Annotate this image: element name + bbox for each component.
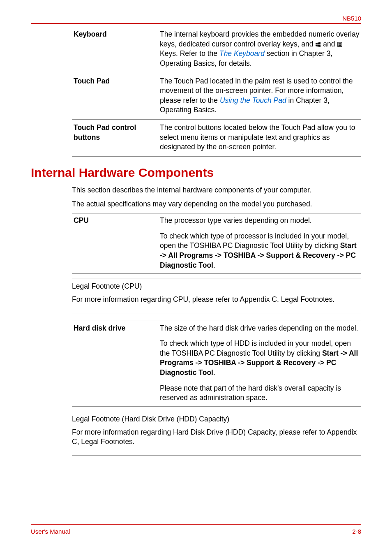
row-touchpad: Touch Pad The Touch Pad located in the p… bbox=[72, 73, 361, 120]
windows-key-icon bbox=[315, 42, 321, 47]
footer: User's Manual 2-8 bbox=[31, 524, 361, 535]
cpu-footnote-body: For more information regarding CPU, plea… bbox=[72, 295, 361, 305]
term-cpu: CPU bbox=[72, 213, 158, 274]
cpu-footnote: Legal Footnote (CPU) For more informatio… bbox=[72, 278, 361, 313]
cpu-desc-line2: To check which type of processor is incl… bbox=[158, 229, 361, 274]
term-hdd: Hard disk drive bbox=[72, 321, 158, 406]
text-fragment: To check which type of processor is incl… bbox=[160, 232, 349, 250]
term-touchpad-buttons: Touch Pad control buttons bbox=[72, 120, 158, 157]
section-heading: Internal Hardware Components bbox=[31, 166, 361, 180]
hdd-desc-line1: The size of the hard disk drive varies d… bbox=[158, 321, 361, 336]
term-keyboard: Keyboard bbox=[72, 29, 158, 73]
cpu-footnote-title: Legal Footnote (CPU) bbox=[72, 282, 361, 292]
hdd-desc-line2: To check which type of HDD is included i… bbox=[158, 336, 361, 381]
hdd-row-1: Hard disk drive The size of the hard dis… bbox=[72, 321, 361, 336]
text-fragment: and bbox=[321, 40, 337, 48]
cpu-desc-line1: The processor type varies depending on m… bbox=[158, 213, 361, 229]
intro-paragraph-2: The actual specifications may vary depen… bbox=[72, 199, 361, 209]
menu-key-icon bbox=[337, 42, 343, 47]
desc-touchpad: The Touch Pad located in the palm rest i… bbox=[158, 73, 361, 120]
link-the-keyboard[interactable]: The Keyboard bbox=[219, 49, 265, 58]
text-fragment: Keys. Refer to the bbox=[160, 49, 219, 58]
intro-paragraph-1: This section describes the internal hard… bbox=[72, 185, 361, 195]
text-fragment: . bbox=[213, 261, 215, 269]
row-keyboard: Keyboard The internal keyboard provides … bbox=[72, 29, 361, 73]
text-fragment: . bbox=[213, 368, 215, 377]
hdd-footnote-title: Legal Footnote (Hard Disk Drive (HDD) Ca… bbox=[72, 414, 361, 424]
row-touchpad-buttons: Touch Pad control buttons The control bu… bbox=[72, 120, 361, 157]
page-content: Keyboard The internal keyboard provides … bbox=[31, 29, 361, 456]
cpu-row-1: CPU The processor type varies depending … bbox=[72, 213, 361, 229]
cpu-table: CPU The processor type varies depending … bbox=[72, 213, 361, 274]
desc-keyboard: The internal keyboard provides the embed… bbox=[158, 29, 361, 73]
footer-page: 2-8 bbox=[352, 528, 361, 535]
header-model: NB510 bbox=[342, 15, 361, 22]
header-rule bbox=[31, 23, 361, 24]
desc-touchpad-buttons: The control buttons located below the To… bbox=[158, 120, 361, 157]
hdd-footnote: Legal Footnote (Hard Disk Drive (HDD) Ca… bbox=[72, 411, 361, 456]
link-using-touchpad[interactable]: Using the Touch Pad bbox=[220, 96, 286, 104]
hdd-footnote-body: For more information regarding Hard Disk… bbox=[72, 428, 361, 447]
definitions-table: Keyboard The internal keyboard provides … bbox=[72, 29, 361, 157]
term-touchpad: Touch Pad bbox=[72, 73, 158, 120]
hdd-table: Hard disk drive The size of the hard dis… bbox=[72, 321, 361, 407]
hdd-desc-line3: Please note that part of the hard disk's… bbox=[158, 381, 361, 407]
footer-left: User's Manual bbox=[31, 528, 70, 535]
